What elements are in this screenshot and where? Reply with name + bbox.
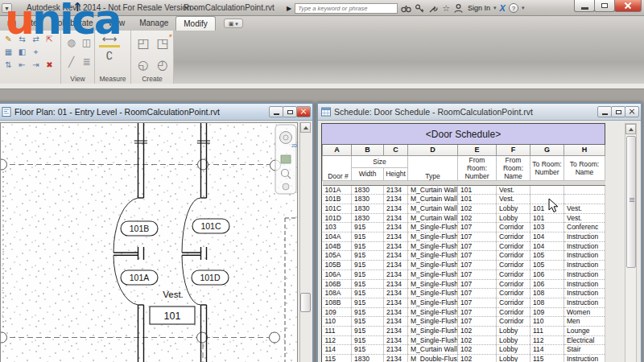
schedule-cell[interactable]: Conferenc	[564, 223, 605, 232]
schedule-cell[interactable]: 102	[458, 213, 497, 223]
infocenter-expand-icon[interactable]: ▶	[287, 5, 291, 12]
schedule-cell[interactable]: 106	[530, 279, 564, 289]
schedule-cell[interactable]: Corridor	[497, 317, 530, 327]
schedule-cell[interactable]: 915	[352, 335, 384, 345]
exchange-apps-icon[interactable]: X	[500, 3, 506, 13]
schedule-cell[interactable]: 915	[352, 261, 384, 270]
schedule-cell[interactable]: 2134	[384, 335, 408, 345]
schedule-cell[interactable]: 1830	[352, 204, 384, 213]
schedule-cell[interactable]: 104A	[323, 232, 352, 242]
schedule-cell[interactable]: 103	[323, 223, 352, 232]
help-caret-icon[interactable]: ▾	[522, 5, 525, 11]
schedule-cell[interactable]: 915	[352, 307, 384, 317]
schedule-cell[interactable]: 114	[530, 345, 564, 355]
schedule-cell[interactable]: M_Single-Flush	[408, 261, 458, 270]
schedule-cell[interactable]: Corridor	[497, 307, 530, 317]
schedule-cell[interactable]: M_Single-Flush	[408, 251, 458, 261]
pin-icon[interactable]: ⌖	[29, 46, 43, 59]
schedule-cell[interactable]: 101	[458, 195, 497, 204]
schedule-cell[interactable]: 915	[352, 345, 384, 355]
col-letter[interactable]: G	[530, 145, 564, 155]
schedule-cell[interactable]: Lobby	[497, 345, 530, 355]
schedule-cell[interactable]: 2134	[384, 185, 408, 195]
schedule-vscrollbar[interactable]	[625, 123, 637, 362]
floorplan-close-button[interactable]	[296, 106, 311, 117]
schedule-cell[interactable]: Instruction	[564, 289, 605, 298]
schedule-cell[interactable]: Men	[564, 317, 605, 327]
schedule-cell[interactable]: 112	[323, 335, 352, 345]
schedule-cell[interactable]: Corridor	[497, 279, 530, 289]
door-tag-101c[interactable]: 101C	[192, 219, 229, 233]
schedule-cell[interactable]: 2134	[384, 317, 408, 327]
schedule-cell[interactable]: 107	[458, 232, 497, 242]
schedule-cell[interactable]: Instruction	[564, 269, 605, 279]
schedule-cell[interactable]: Corridor	[497, 261, 530, 270]
schedule-cell[interactable]: M_Single-Flush	[408, 289, 458, 298]
schedule-cell[interactable]: M_Curtain Wall	[408, 345, 458, 355]
schedule-cell[interactable]: M_Single-Flush	[408, 269, 458, 279]
delete-icon[interactable]: ✖	[43, 59, 56, 72]
floorplan-restore-button[interactable]	[283, 106, 297, 117]
schedule-cell[interactable]: Instruction	[564, 279, 605, 289]
schedule-row[interactable]: 105A9152134M_Single-Flush107Corridor105I…	[323, 251, 605, 261]
tab-modify[interactable]: Modify	[175, 16, 215, 31]
schedule-cell[interactable]: 106A	[323, 269, 352, 279]
header-from-room-number[interactable]: From Room: Number	[458, 155, 497, 180]
scroll-up-button[interactable]	[625, 124, 636, 134]
schedule-cell[interactable]: 108	[530, 298, 564, 307]
join-icon[interactable]: ▦	[2, 46, 15, 59]
schedule-cell[interactable]: Stair	[564, 345, 605, 355]
schedule-cell[interactable]: 2134	[384, 241, 408, 251]
schedule-cell[interactable]: 107	[458, 289, 497, 298]
schedule-cell[interactable]: M_Curtain Wall	[408, 213, 458, 223]
schedule-cell[interactable]: Lobby	[497, 355, 530, 362]
schedule-cell[interactable]: 107	[458, 251, 497, 261]
col-letter[interactable]: C	[384, 145, 408, 155]
schedule-cell[interactable]: M_Single-Flush	[408, 232, 458, 242]
schedule-cell[interactable]: 104B	[323, 241, 352, 251]
schedule-cell[interactable]: 104	[530, 241, 564, 251]
schedule-row[interactable]: 1039152134M_Single-Flush107Corridor103Co…	[323, 223, 605, 232]
schedule-cell[interactable]: M_Single-Flush	[408, 327, 458, 336]
schedule-cell[interactable]: 112	[530, 335, 564, 345]
sign-in-button[interactable]: Sign In	[468, 4, 490, 12]
schedule-cell[interactable]: 110	[530, 317, 564, 327]
schedule-cell[interactable]: 107	[458, 241, 497, 251]
extend-icon[interactable]: ⇥	[29, 59, 43, 72]
close-button[interactable]	[614, 0, 642, 12]
split-icon[interactable]: ◧	[15, 46, 29, 59]
schedule-row[interactable]: 108B9152134M_Single-Flush107Corridor108I…	[323, 298, 605, 307]
override-lines-icon[interactable]: ≣	[79, 53, 94, 72]
schedule-cell[interactable]: 105	[530, 251, 564, 261]
schedule-cell[interactable]: Vest.	[564, 204, 605, 213]
schedule-cell[interactable]: 107	[458, 317, 497, 327]
schedule-cell[interactable]: 101B	[323, 195, 352, 204]
schedule-cell[interactable]: 101C	[323, 204, 352, 213]
schedule-cell[interactable]: Instruction	[564, 298, 605, 307]
schedule-cell[interactable]: 105B	[323, 261, 352, 270]
schedule-cell[interactable]: 915	[352, 241, 384, 251]
measure-angle-icon[interactable]: ∁	[99, 47, 120, 64]
schedule-cell[interactable]: 2134	[384, 327, 408, 336]
schedule-cell[interactable]: Corridor	[497, 251, 530, 261]
schedule-cell[interactable]: 114	[323, 345, 352, 355]
col-letter[interactable]: E	[458, 145, 497, 155]
schedule-cell[interactable]: 102	[458, 355, 497, 362]
schedule-cell[interactable]: Vest.	[497, 195, 530, 204]
schedule-row[interactable]: 101B18302134M_Curtain Wall101Vest.	[323, 195, 605, 204]
schedule-cell[interactable]: 104	[530, 232, 564, 242]
schedule-cell[interactable]: Corridor	[497, 232, 530, 242]
schedule-table-title[interactable]: <Door Schedule>	[322, 124, 605, 145]
schedule-cell[interactable]: 102	[458, 204, 497, 213]
schedule-cell[interactable]: 1830	[352, 213, 384, 223]
communication-center-icon[interactable]	[428, 3, 439, 14]
schedule-cell[interactable]: Lobby	[497, 327, 530, 336]
schedule-cell[interactable]: 915	[352, 232, 384, 242]
schedule-cell[interactable]	[564, 195, 605, 204]
schedule-cell[interactable]: Lobby	[497, 213, 530, 223]
schedule-cell[interactable]: 915	[352, 327, 384, 336]
schedule-cell[interactable]: 107	[458, 279, 497, 289]
schedule-cell[interactable]: 107	[458, 307, 497, 317]
schedule-cell[interactable]: M_Curtain Wall	[408, 195, 458, 204]
schedule-cell[interactable]: Corridor	[497, 223, 530, 232]
